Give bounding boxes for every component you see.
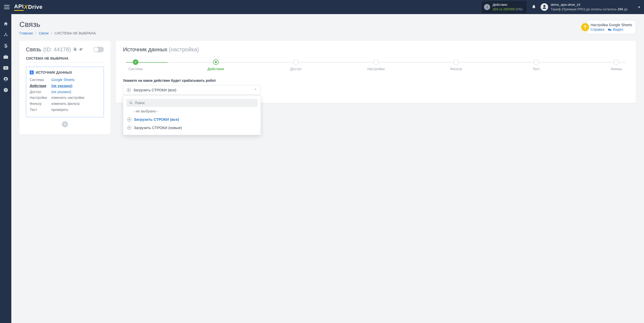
help-title: Настройка Google Sheets bbox=[591, 23, 632, 27]
action-selected-label: Загрузить СТРОКИ (все) bbox=[133, 88, 176, 92]
breadcrumb-connections[interactable]: Связи bbox=[39, 31, 49, 35]
svg-text:?: ? bbox=[5, 89, 6, 92]
nav-help-icon[interactable]: ? bbox=[3, 88, 8, 93]
tariff-line: Тариф |Премиум PRO| до оплаты осталось 2… bbox=[551, 7, 628, 12]
actions-text: Действия: 324 из 100'000 (0%) bbox=[493, 3, 522, 11]
logo[interactable]: APIXDrive bbox=[14, 3, 43, 11]
dropdown-search-input[interactable] bbox=[135, 101, 255, 105]
page: Связь Главная / Связи / СИСТЕМА НЕ ВЫБРА… bbox=[11, 14, 644, 323]
row-access-val[interactable]: (не указано) bbox=[51, 89, 71, 95]
chevron-up-icon: ⌃ bbox=[254, 88, 257, 92]
video-icon: ■▶ bbox=[608, 27, 612, 31]
row-action-val[interactable]: (не указано) bbox=[51, 83, 72, 89]
dropdown-search[interactable] bbox=[126, 99, 258, 107]
row-system-key: Система bbox=[30, 77, 51, 83]
breadcrumb-current: СИСТЕМА НЕ ВЫБРАНА bbox=[55, 31, 96, 35]
step-filter[interactable]: Фильтр bbox=[444, 59, 469, 71]
breadcrumb-home[interactable]: Главная bbox=[19, 31, 33, 35]
topbar-right: demo_apix-drive_s3 Тариф |Премиум PRO| д… bbox=[532, 3, 640, 11]
action-select: Загрузить СТРОКИ (все) ⌃ - не выбрано - … bbox=[123, 85, 261, 95]
play-icon bbox=[127, 117, 131, 122]
row-filter-val[interactable]: изменить фильтр bbox=[51, 101, 80, 107]
row-filter-key: Фильтр bbox=[30, 101, 51, 107]
action-dropdown: - не выбрано - Загрузить СТРОКИ (все) За… bbox=[123, 96, 261, 135]
user-text: demo_apix-drive_s3 Тариф |Премиум PRO| д… bbox=[551, 3, 628, 11]
copy-icon[interactable] bbox=[73, 47, 77, 52]
username: demo_apix-drive_s3 bbox=[551, 3, 628, 7]
help-question-icon: ? bbox=[581, 23, 589, 31]
chevron-down-icon[interactable]: ▾ bbox=[632, 5, 640, 9]
info-icon: i bbox=[484, 4, 490, 10]
actions-pct: (0%) bbox=[516, 7, 522, 11]
avatar bbox=[541, 3, 548, 11]
breadcrumb: Главная / Связи / СИСТЕМА НЕ ВЫБРАНА bbox=[19, 31, 96, 35]
actions-label: Действия: bbox=[493, 3, 522, 7]
svg-line-8 bbox=[132, 103, 133, 104]
configuration-card: Источник данных (настройка) Система Дейс… bbox=[116, 41, 636, 103]
step-action[interactable]: Действие bbox=[203, 59, 228, 71]
source-box: 1 ИСТОЧНИК ДАННЫХ СистемаGoogle Sheets Д… bbox=[26, 67, 104, 117]
row-settings-val[interactable]: изменить настройки bbox=[51, 95, 84, 101]
row-settings-key: Настройки bbox=[30, 95, 51, 101]
stepper: Система Действие Доступ Настройки Фильтр… bbox=[123, 59, 629, 71]
topbar-left: APIXDrive bbox=[4, 3, 43, 11]
option-load-all[interactable]: Загрузить СТРОКИ (все) bbox=[126, 115, 258, 124]
connection-id: (ID: 44178) bbox=[43, 46, 71, 53]
nav-briefcase-icon[interactable] bbox=[3, 54, 8, 59]
source-number-badge: 1 bbox=[30, 70, 34, 74]
row-system-val[interactable]: Google Sheets bbox=[51, 77, 75, 83]
nav-billing-icon[interactable] bbox=[3, 43, 8, 48]
actions-total: 100'000 bbox=[503, 7, 515, 11]
action-select-input[interactable]: Загрузить СТРОКИ (все) ⌃ bbox=[123, 85, 261, 95]
add-destination-button[interactable]: + bbox=[62, 121, 68, 127]
help-link-video[interactable]: Видео bbox=[613, 27, 623, 31]
actions-of: из bbox=[499, 7, 502, 11]
source-box-title: ИСТОЧНИК ДАННЫХ bbox=[36, 70, 72, 74]
notifications-icon[interactable] bbox=[532, 4, 536, 10]
play-icon bbox=[127, 88, 131, 92]
left-nav: ? bbox=[0, 14, 11, 323]
row-test-key: Тест bbox=[30, 107, 51, 113]
svg-point-7 bbox=[130, 102, 132, 104]
svg-point-0 bbox=[5, 33, 6, 34]
nav-connections-icon[interactable] bbox=[3, 32, 8, 37]
option-load-new[interactable]: Загрузить СТРОКИ (новые) bbox=[126, 124, 258, 132]
help-link-doc[interactable]: Справка bbox=[591, 27, 605, 31]
actions-counter[interactable]: i Действия: 324 из 100'000 (0%) bbox=[481, 1, 527, 13]
source-box-header: 1 ИСТОЧНИК ДАННЫХ bbox=[30, 70, 100, 74]
step-finish[interactable]: Финиш bbox=[604, 59, 629, 71]
topbar: APIXDrive i Действия: 324 из 100'000 (0%… bbox=[0, 0, 644, 14]
gear-icon[interactable] bbox=[79, 47, 83, 52]
menu-toggle[interactable] bbox=[4, 5, 10, 9]
page-title: Связь bbox=[19, 20, 96, 29]
config-title: Источник данных (настройка) bbox=[123, 46, 629, 53]
step-access[interactable]: Доступ bbox=[283, 59, 308, 71]
nav-home-icon[interactable] bbox=[3, 21, 8, 26]
page-head: Связь Главная / Связи / СИСТЕМА НЕ ВЫБРА… bbox=[19, 20, 636, 35]
search-icon bbox=[129, 101, 133, 105]
connection-toggle[interactable] bbox=[93, 47, 104, 52]
row-action-key: Действие bbox=[30, 83, 51, 89]
play-icon bbox=[127, 126, 131, 130]
actions-used: 324 bbox=[493, 7, 498, 11]
nav-profile-icon[interactable] bbox=[3, 76, 8, 82]
nav-video-icon[interactable] bbox=[3, 65, 8, 70]
option-none[interactable]: - не выбрано - bbox=[126, 107, 258, 115]
step-settings[interactable]: Настройки bbox=[364, 59, 389, 71]
step-system[interactable]: Система bbox=[123, 59, 148, 71]
user-block[interactable]: demo_apix-drive_s3 Тариф |Премиум PRO| д… bbox=[541, 3, 628, 11]
row-access-key: Доступ bbox=[30, 89, 51, 95]
action-field-label: Укажите на какое действие будет срабатыв… bbox=[123, 78, 629, 83]
connection-summary-card: Связь (ID: 44178) СИСТЕМА НЕ ВЫБРАНА 1 И… bbox=[19, 41, 110, 134]
row-test-val[interactable]: проверить bbox=[51, 107, 68, 113]
connection-subtitle: СИСТЕМА НЕ ВЫБРАНА bbox=[26, 56, 104, 63]
step-test[interactable]: Тест bbox=[524, 59, 549, 71]
help-box: ? Настройка Google Sheets Справка ■▶Виде… bbox=[587, 20, 636, 34]
connection-title: Связь bbox=[26, 46, 41, 53]
